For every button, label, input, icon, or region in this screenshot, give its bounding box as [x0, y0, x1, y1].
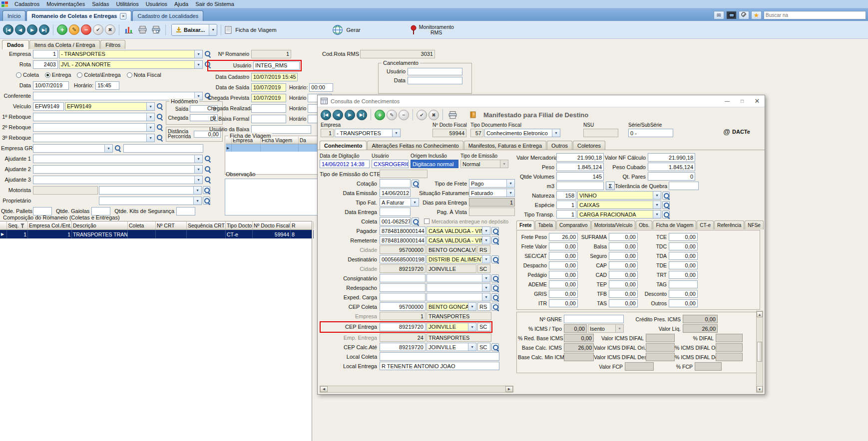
lookup-icon[interactable]	[491, 303, 499, 311]
motorista-combo[interactable]	[99, 186, 202, 195]
natureza-code-field[interactable]: 158	[556, 191, 576, 200]
horizontal-scrollbar[interactable]: ◀ ▶	[320, 386, 513, 393]
m3-field[interactable]	[556, 182, 604, 190]
reboque3-combo[interactable]	[33, 134, 155, 142]
qtde-kits-field[interactable]	[176, 207, 195, 216]
dialog-tab[interactable]: Conhecimento	[320, 141, 367, 150]
cep-calc-combo[interactable]: JOINVILLE	[427, 343, 476, 351]
redespacho-combo[interactable]	[427, 283, 490, 292]
cep-coleta-code-field[interactable]: 95700000	[380, 302, 426, 311]
especie-code-field[interactable]: 1	[556, 201, 576, 209]
local-entrega-field[interactable]: R TENENTE ANTONIO JOAO	[380, 362, 499, 370]
column-header[interactable]: R	[291, 221, 314, 229]
frete-value-field[interactable]: 0,00	[549, 261, 578, 269]
serie-field[interactable]: 0 -	[628, 129, 673, 137]
frete-value-field[interactable]: 0,00	[549, 252, 578, 260]
data-entrega-field[interactable]	[380, 208, 411, 216]
tab-romaneio[interactable]: Romaneio de Coletas e Entregas ✕	[26, 10, 131, 21]
coleta-field[interactable]: 001-062527	[380, 217, 411, 225]
chegada-prevista-field[interactable]: 10/07/2019	[251, 94, 286, 102]
empresa-gris-name-field[interactable]	[123, 144, 203, 153]
lookup-icon[interactable]	[412, 180, 419, 188]
delete-button[interactable]: −	[81, 24, 91, 35]
gnre-field[interactable]	[564, 315, 624, 323]
scroll-right-button[interactable]: ▶	[505, 386, 513, 392]
scroll-down-button[interactable]: ▼	[757, 386, 763, 392]
last-record-button[interactable]: ▶|	[39, 24, 49, 35]
next-record-button[interactable]: ▶	[27, 24, 37, 35]
veiculo-combo[interactable]: EFW9149	[65, 102, 155, 111]
dt-baixa-field[interactable]	[251, 115, 286, 123]
observacao-textarea[interactable]	[225, 179, 319, 216]
frete-tab[interactable]: Obs.	[636, 220, 652, 229]
tipo-frete-combo[interactable]: Pago	[469, 179, 515, 188]
lookup-icon[interactable]	[491, 255, 499, 263]
qt-pares-field[interactable]: 0	[648, 172, 695, 181]
edit-button[interactable]: ✎	[387, 110, 397, 120]
frete-value-field[interactable]: 0,00	[609, 252, 638, 260]
column-header[interactable]: Nº Docto Fiscal	[253, 221, 291, 229]
close-tab-icon[interactable]: ✕	[120, 13, 126, 19]
column-header[interactable]: Seq.	[7, 221, 28, 229]
menu-item[interactable]: Sair do Sistema	[192, 0, 238, 7]
frete-value-field[interactable]: 0,00	[669, 233, 698, 241]
ficha-viagem-toolbar-button[interactable]: Ficha de Viagem	[225, 26, 276, 34]
lookup-icon[interactable]	[156, 113, 163, 121]
cep-entrega-code-field[interactable]: 89219720	[380, 323, 426, 331]
cep-coleta-uf-field[interactable]: RS	[477, 302, 490, 311]
dialog-tab[interactable]: Coletores	[573, 141, 605, 150]
frete-tab[interactable]: NFSe	[745, 220, 764, 229]
cotacao-field[interactable]	[380, 179, 411, 188]
maximize-button[interactable]: □	[735, 95, 750, 107]
qtde-pallets-field[interactable]	[33, 207, 52, 216]
tipo-documento-combo[interactable]: Conhecimento Eletronico	[484, 129, 560, 137]
data-saida-horario-field[interactable]: 00:00	[309, 83, 333, 92]
cep-entrega-uf-field[interactable]: SC	[477, 323, 490, 331]
tab-itens[interactable]: Itens da Coleta / Entrega	[29, 40, 100, 49]
peso-field[interactable]: 1.845,124	[556, 163, 604, 171]
lookup-icon[interactable]	[491, 227, 499, 235]
lookup-icon[interactable]	[491, 236, 499, 244]
lookup-icon[interactable]	[491, 284, 499, 292]
frete-tab[interactable]: Comparativo	[556, 220, 591, 229]
composicao-selected-row[interactable]: ▶11TRANSPORTES TRANSCT-e599448	[0, 230, 312, 238]
first-record-button[interactable]: |◀	[3, 24, 13, 35]
reboque2-combo[interactable]	[33, 123, 155, 132]
first-record-button[interactable]: |◀	[321, 110, 331, 120]
empresa-code-field[interactable]: 1	[33, 50, 58, 58]
especie-combo[interactable]: CAIXAS	[577, 201, 661, 209]
last-record-button[interactable]: ▶|	[357, 110, 367, 120]
tipo-transp-code-field[interactable]: 1	[556, 210, 576, 219]
local-coleta-field[interactable]	[380, 352, 499, 361]
usuario-field[interactable]: INTEG_RMS	[253, 61, 300, 70]
tab-filtros[interactable]: Filtros	[100, 40, 125, 49]
empresa-combo[interactable]: - TRANSPORTES	[335, 129, 401, 137]
qtde-volumes-field[interactable]: 145	[556, 172, 604, 181]
tipo-transp-combo[interactable]: CARGA FRACIONADA	[577, 210, 661, 219]
edit-button[interactable]: ✎	[69, 24, 79, 35]
cancel-button[interactable]: ✖	[105, 24, 115, 35]
frete-tab[interactable]: Ficha de Viagem	[653, 220, 696, 229]
ajudante3-combo[interactable]	[33, 176, 203, 184]
mercadoria-checkbox[interactable]	[424, 219, 430, 224]
lookup-icon[interactable]	[156, 134, 163, 142]
frete-value-field[interactable]: 0,00	[609, 233, 638, 241]
valor-nf-field[interactable]: 21.990,18	[648, 153, 695, 162]
frete-value-field[interactable]: 0,00	[669, 271, 698, 279]
pagador-combo[interactable]: CASA VALDUGA - VINHOS FINC	[427, 226, 490, 235]
minimize-button[interactable]: —	[720, 95, 735, 107]
column-header[interactable]: Nº CRT	[156, 221, 187, 229]
frete-value-field[interactable]: 0,00	[549, 299, 578, 307]
tab-localidades[interactable]: Cadastro de Localidades	[132, 10, 203, 21]
frete-value-field[interactable]: 0,00	[549, 271, 578, 279]
previous-record-button[interactable]: ◀	[333, 110, 343, 120]
data-cadastro-field[interactable]: 10/07/2019 15:45	[251, 73, 298, 81]
column-header[interactable]: Sequência CRT	[187, 221, 226, 229]
veiculo-code-field[interactable]: EFW9149	[33, 102, 64, 111]
next-record-button[interactable]: ▶	[345, 110, 355, 120]
lookup-icon[interactable]	[204, 155, 211, 163]
frete-value-field[interactable]: 0,00	[669, 252, 698, 260]
frete-value-field[interactable]: 0,00	[609, 242, 638, 250]
peso-cubado-field[interactable]: 1.845,124	[648, 163, 695, 171]
print-preview-icon[interactable]	[150, 24, 162, 36]
